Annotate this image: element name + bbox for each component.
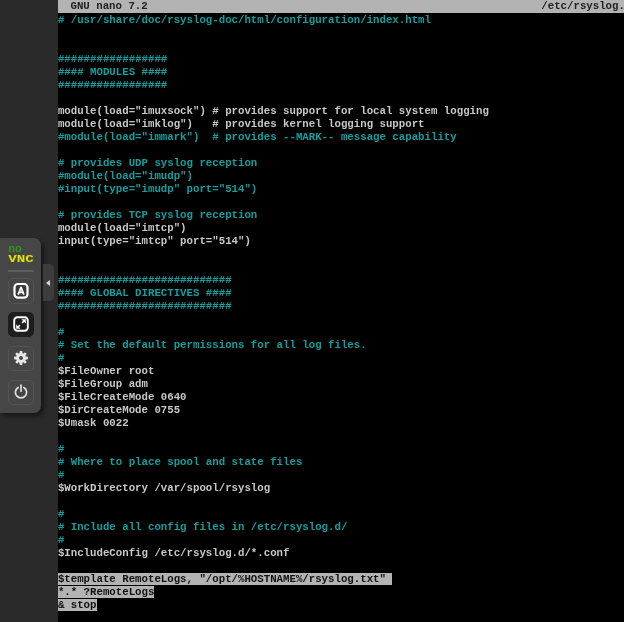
svg-text:VNC: VNC xyxy=(8,253,34,265)
